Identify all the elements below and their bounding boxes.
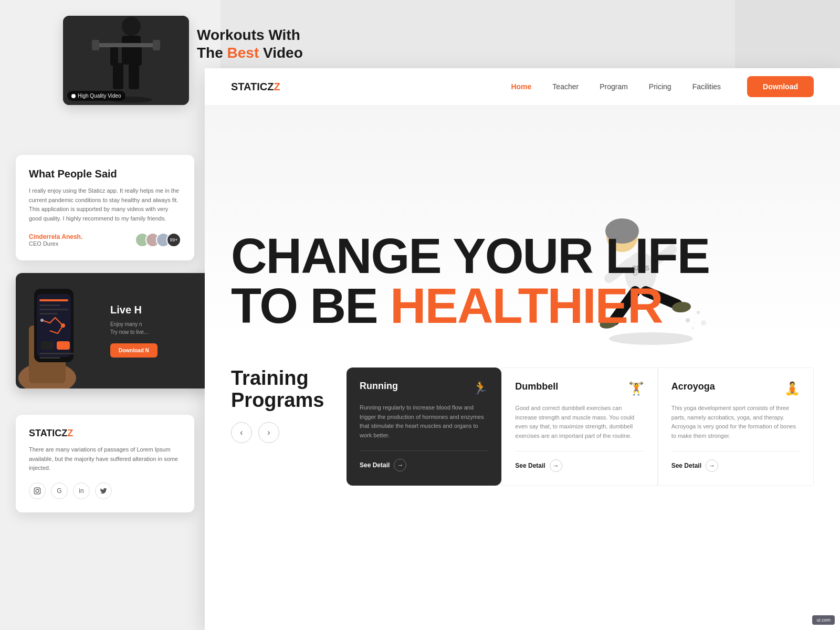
svg-point-27 — [39, 489, 39, 489]
program-card-running-header: Running 🏃 — [360, 381, 488, 395]
nav-links: Home Teacher Program Pricing Facilities — [511, 82, 721, 91]
phone-card: Live H Enjoy many nTry now to live... Do… — [16, 273, 210, 388]
nav-link-facilities[interactable]: Facilities — [692, 82, 721, 91]
avatar-stack: 99+ — [139, 233, 181, 247]
svg-point-39 — [609, 332, 693, 345]
svg-rect-15 — [39, 299, 68, 301]
video-quality-badge: High Quality Video — [67, 91, 125, 101]
svg-rect-24 — [39, 357, 60, 359]
hero-line2-prefix: TO BE — [231, 278, 390, 333]
phone-card-subtitle: Enjoy many nTry now to live... — [110, 320, 158, 336]
nav-item-teacher[interactable]: Teacher — [552, 82, 579, 91]
author-title: CEO Durex — [29, 240, 82, 247]
footer-logo-accent: Z — [67, 428, 73, 438]
carousel-controls: ‹ › — [231, 422, 326, 443]
phone-svg — [16, 273, 100, 388]
testimonial-body: I really enjoy using the Staticz app. It… — [29, 186, 181, 223]
hero-section: CHANGE YOUR LIFE TO BE HEALTHIER 8 REAS — [205, 105, 840, 346]
program-card-running: Running 🏃 Running regularly to increase … — [346, 368, 501, 486]
instagram-icon[interactable] — [29, 482, 46, 499]
hero-line1: CHANGE YOUR LIFE — [231, 228, 709, 284]
nav-logo-accent: Z — [274, 81, 280, 92]
avatar-count: 99+ — [166, 233, 181, 247]
social-icons: G in — [29, 482, 181, 499]
dumbbell-description: Good and correct dumbbell exercises can … — [515, 404, 644, 440]
google-icon[interactable]: G — [51, 482, 68, 499]
author-name: Cinderrela Anesh. — [29, 233, 82, 240]
footer-description: There are many variations of passages of… — [29, 445, 181, 473]
acroyoga-title: Acroyoga — [671, 381, 715, 392]
acroyoga-icon: 🧘 — [784, 381, 800, 396]
footer-logo: STATICZZ — [29, 428, 181, 439]
phone-card-text: Live H Enjoy many nTry now to live... Do… — [100, 293, 168, 368]
left-panel: High Quality Video What People Said I re… — [0, 0, 210, 630]
heading-line2-accent: Best — [227, 45, 259, 61]
play-dot — [71, 94, 76, 98]
running-title: Running — [360, 381, 398, 392]
program-card-dumbbell: Dumbbell 🏋️ Good and correct dumbbell ex… — [501, 368, 657, 486]
nav-link-program[interactable]: Program — [600, 82, 628, 91]
nav-item-home[interactable]: Home — [511, 82, 531, 91]
program-card-dumbbell-header: Dumbbell 🏋️ — [515, 381, 644, 396]
nav-link-pricing[interactable]: Pricing — [649, 82, 671, 91]
workout-card: High Quality Video — [63, 16, 189, 105]
svg-rect-7 — [94, 43, 158, 47]
svg-rect-25 — [34, 488, 40, 494]
svg-rect-16 — [39, 304, 60, 306]
hero-text: CHANGE YOUR LIFE TO BE HEALTHIER — [231, 231, 709, 331]
svg-rect-17 — [39, 309, 68, 310]
acroyoga-see-detail[interactable]: See Detail → — [671, 451, 800, 472]
hero-headline: CHANGE YOUR LIFE TO BE HEALTHIER — [231, 231, 709, 331]
acroyoga-arrow-icon: → — [706, 459, 718, 472]
workout-image: High Quality Video — [63, 16, 189, 105]
svg-rect-22 — [57, 341, 70, 350]
nav-item-program[interactable]: Program — [600, 82, 628, 91]
dumbbell-see-detail-text: See Detail — [515, 462, 545, 469]
nav-link-teacher[interactable]: Teacher — [552, 82, 579, 91]
training-title: TrainingPrograms — [231, 368, 326, 412]
dumbbell-title: Dumbbell — [515, 381, 558, 392]
svg-rect-18 — [39, 313, 58, 314]
running-description: Running regularly to increase blood flow… — [360, 403, 488, 440]
program-card-acroyoga: Acroyoga 🧘 This yoga development sport c… — [658, 368, 814, 486]
nav-item-facilities[interactable]: Facilities — [692, 82, 721, 91]
dumbbell-icon: 🏋️ — [628, 381, 644, 396]
running-see-detail[interactable]: See Detail → — [360, 450, 488, 471]
dumbbell-see-detail[interactable]: See Detail → — [515, 451, 644, 472]
svg-rect-5 — [110, 45, 118, 66]
running-arrow-icon: → — [394, 459, 406, 471]
watermark: ui.com — [812, 615, 835, 625]
phone-download-button[interactable]: Download N — [110, 343, 158, 358]
phone-image-area — [16, 273, 100, 388]
acroyoga-description: This yoga development sport consists of … — [671, 404, 800, 440]
testimonial-card: What People Said I really enjoy using th… — [16, 155, 194, 260]
hero-heading-overlay: Workouts With The Best Video — [197, 26, 303, 61]
svg-rect-6 — [134, 45, 142, 66]
linkedin-icon[interactable]: in — [73, 482, 90, 499]
svg-rect-23 — [39, 353, 74, 354]
testimonial-title: What People Said — [29, 168, 181, 180]
testimonial-author: Cinderrela Anesh. CEO Durex 99+ — [29, 233, 181, 247]
nav-link-home[interactable]: Home — [511, 82, 531, 91]
carousel-next-button[interactable]: › — [258, 422, 279, 443]
training-section: TrainingPrograms ‹ › Running 🏃 Running r… — [205, 346, 840, 562]
nav-item-pricing[interactable]: Pricing — [649, 82, 671, 91]
svg-point-26 — [36, 489, 39, 492]
svg-rect-8 — [92, 40, 99, 50]
hero-line2-accent: HEALTHIER — [390, 278, 663, 333]
running-see-detail-text: See Detail — [360, 461, 390, 469]
footer-card: STATICZZ There are many variations of pa… — [16, 415, 194, 512]
running-icon: 🏃 — [472, 381, 488, 395]
hero-heading: Workouts With The Best Video — [197, 26, 303, 61]
acroyoga-see-detail-text: See Detail — [671, 462, 701, 469]
svg-point-19 — [61, 323, 65, 328]
navbar: STATICZZ Home Teacher Program Pricing Fa… — [205, 68, 840, 105]
twitter-icon[interactable] — [95, 482, 112, 499]
svg-rect-9 — [153, 40, 160, 50]
phone-card-title: Live H — [110, 304, 158, 316]
heading-line2-prefix: The — [197, 45, 227, 61]
heading-line2-suffix: Video — [259, 45, 303, 61]
nav-download-button[interactable]: Download — [747, 76, 814, 97]
svg-rect-4 — [129, 63, 139, 89]
carousel-prev-button[interactable]: ‹ — [231, 422, 252, 443]
